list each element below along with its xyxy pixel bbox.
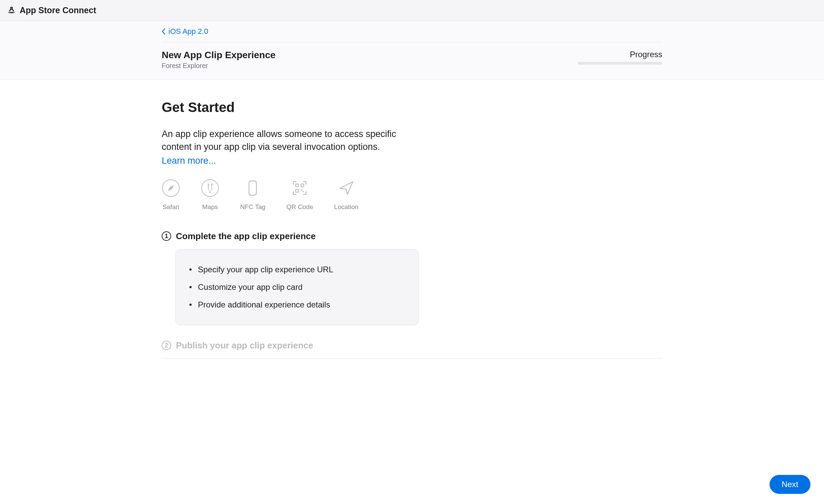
main-content: Get Started An app clip experience allow… (0, 79, 824, 399)
breadcrumb-row: iOS App 2.0 (162, 21, 662, 42)
icon-label: Maps (202, 203, 218, 211)
step-bullet: Specify your app clip experience URL (189, 261, 405, 278)
step-2-header: 2 Publish your app clip experience (162, 340, 662, 351)
svg-rect-10 (301, 189, 302, 190)
invocation-icons-row: Safari Maps (162, 179, 662, 211)
app-store-connect-icon (7, 6, 16, 15)
safari-icon (162, 179, 180, 197)
invocation-safari: Safari (162, 179, 180, 211)
app-subtitle: Forest Explorer (162, 62, 276, 70)
svg-rect-8 (301, 184, 304, 187)
svg-point-2 (202, 180, 219, 197)
step-bullet: Customize your app clip card (189, 278, 405, 296)
learn-more-link[interactable]: Learn more... (162, 156, 216, 166)
step-number-badge: 2 (162, 341, 171, 350)
icon-label: Location (334, 203, 359, 211)
step-1-header: 1 Complete the app clip experience (162, 231, 662, 242)
intro-text: An app clip experience allows someone to… (162, 128, 405, 154)
progress-label: Progress (578, 50, 662, 59)
svg-marker-1 (168, 185, 174, 191)
svg-point-3 (208, 184, 209, 186)
maps-icon (201, 179, 219, 197)
step-title: Publish your app clip experience (176, 340, 313, 351)
invocation-location: Location (334, 179, 359, 211)
icon-label: NFC Tag (240, 203, 266, 211)
app-header: App Store Connect (0, 0, 824, 21)
divider (162, 358, 662, 359)
invocation-maps: Maps (201, 179, 219, 211)
location-icon (337, 179, 356, 197)
qr-code-icon (291, 179, 309, 197)
step-title: Complete the app clip experience (176, 231, 316, 242)
svg-point-4 (209, 192, 211, 193)
page-title: New App Clip Experience (162, 50, 276, 61)
app-title: App Store Connect (20, 5, 96, 15)
svg-rect-7 (296, 184, 298, 187)
svg-rect-9 (296, 189, 298, 192)
step-bullet: Provide additional experience details (189, 296, 405, 314)
title-row: New App Clip Experience Forest Explorer … (162, 42, 662, 79)
step-number-badge: 1 (162, 231, 171, 241)
invocation-nfc: NFC Tag (240, 179, 266, 211)
icon-label: QR Code (287, 203, 313, 211)
breadcrumb-label: iOS App 2.0 (168, 27, 208, 36)
chevron-left-icon (162, 28, 166, 35)
svg-rect-6 (249, 181, 256, 195)
icon-label: Safari (162, 203, 179, 211)
breadcrumb-back-link[interactable]: iOS App 2.0 (162, 27, 208, 36)
invocation-qr: QR Code (287, 179, 313, 211)
step-1-box: Specify your app clip experience URL Cus… (175, 249, 419, 325)
nfc-tag-icon (244, 179, 262, 197)
svg-rect-11 (303, 191, 304, 192)
progress-bar (578, 62, 662, 65)
sub-header: iOS App 2.0 New App Clip Experience Fore… (0, 21, 824, 79)
section-heading: Get Started (162, 100, 662, 115)
